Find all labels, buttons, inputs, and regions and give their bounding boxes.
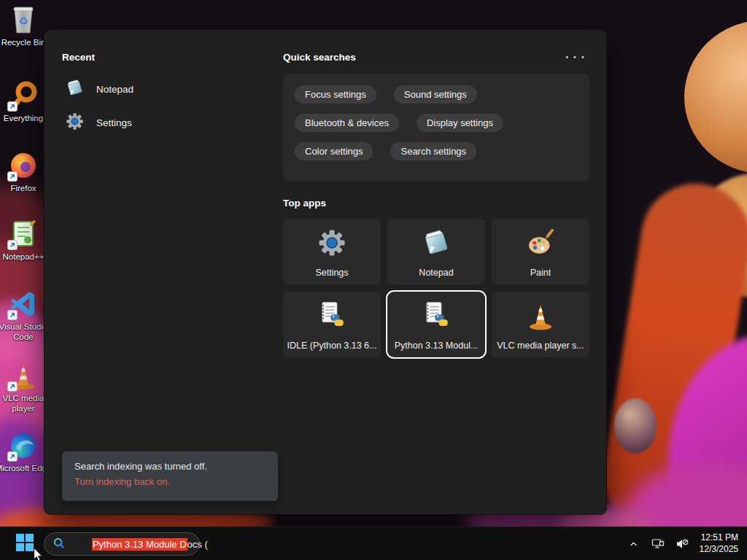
recent-section-title: Recent bbox=[62, 52, 95, 63]
app-tile-vlc[interactable]: VLC media player s... bbox=[492, 292, 589, 357]
clock-date: 12/3/2025 bbox=[700, 544, 738, 556]
paint-palette-icon bbox=[525, 228, 556, 261]
quick-search-pill[interactable]: Bluetooth & devices bbox=[295, 114, 399, 132]
system-tray: 12:51 PM 12/3/2025 bbox=[624, 527, 743, 560]
app-tile-label: VLC media player s... bbox=[497, 341, 584, 351]
vlc-cone-icon bbox=[525, 300, 556, 334]
shortcut-arrow-icon bbox=[7, 171, 18, 182]
notepad-icon bbox=[421, 228, 452, 261]
edge-icon bbox=[8, 430, 39, 461]
app-tile-idle-python[interactable]: IDLE (Python 3.13 6... bbox=[283, 292, 381, 357]
everything-search-icon bbox=[8, 80, 39, 111]
app-tile-python-module-docs[interactable]: Python 3.13 Modul... bbox=[387, 292, 485, 357]
app-tile-label: IDLE (Python 3.13 6... bbox=[287, 341, 377, 351]
app-tile-label: Python 3.13 Modul... bbox=[395, 341, 479, 351]
taskbar-clock[interactable]: 12:51 PM 12/3/2025 bbox=[697, 532, 743, 555]
network-icon[interactable] bbox=[649, 533, 667, 555]
shortcut-arrow-icon bbox=[7, 310, 18, 320]
quick-search-pill[interactable]: Display settings bbox=[417, 114, 503, 132]
top-apps-grid: Settings Notepad bbox=[283, 219, 592, 357]
settings-gear-icon bbox=[65, 112, 85, 134]
shortcut-arrow-icon bbox=[7, 381, 18, 392]
recent-item-notepad[interactable]: Notepad bbox=[65, 75, 255, 103]
app-tile-label: Notepad bbox=[419, 268, 453, 278]
recent-item-label: Settings bbox=[96, 117, 132, 128]
firefox-icon bbox=[8, 150, 39, 181]
notification-message: Search indexing was turned off. bbox=[74, 461, 266, 472]
top-apps-title: Top apps bbox=[283, 198, 326, 209]
clock-time: 12:51 PM bbox=[700, 532, 738, 544]
chevron-up-icon[interactable] bbox=[624, 533, 643, 555]
screen: ♻ Recycle Bin Everything bbox=[0, 0, 747, 560]
shortcut-arrow-icon bbox=[7, 101, 18, 112]
vlc-cone-icon bbox=[8, 360, 39, 391]
app-tile-paint[interactable]: Paint bbox=[492, 219, 589, 284]
more-options-ellipsis-icon[interactable]: • • • bbox=[562, 49, 589, 65]
notepad-plus-plus-icon bbox=[8, 219, 39, 249]
python-doc-icon bbox=[421, 300, 452, 334]
app-tile-notepad[interactable]: Notepad bbox=[387, 219, 485, 284]
app-tile-settings[interactable]: Settings bbox=[283, 219, 381, 284]
quick-search-pill[interactable]: Search settings bbox=[390, 142, 476, 160]
search-indexing-notification: Search indexing was turned off. Turn ind… bbox=[62, 451, 278, 501]
quick-search-pill[interactable]: Sound settings bbox=[394, 85, 477, 104]
quick-searches-box: Focus settings Sound settings Bluetooth … bbox=[283, 74, 589, 181]
taskbar: Python 3.13 Module Docs ( bbox=[0, 526, 747, 560]
search-text-selected: Python 3.13 Module D bbox=[92, 538, 187, 551]
quick-search-pill[interactable]: Color settings bbox=[295, 142, 373, 160]
recent-item-label: Notepad bbox=[96, 84, 133, 95]
recent-item-settings[interactable]: Settings bbox=[65, 109, 255, 136]
search-icon bbox=[53, 537, 65, 552]
shortcut-arrow-icon bbox=[7, 240, 18, 250]
vscode-icon bbox=[8, 289, 39, 319]
app-tile-label: Settings bbox=[315, 268, 348, 278]
taskbar-search-input[interactable]: Python 3.13 Module Docs ( bbox=[44, 532, 200, 556]
svg-text:♻: ♻ bbox=[18, 15, 28, 27]
quick-search-pill[interactable]: Focus settings bbox=[295, 85, 376, 104]
search-flyout-panel: Recent Notepad bbox=[44, 29, 607, 515]
quick-searches-title: Quick searches bbox=[283, 52, 356, 63]
turn-indexing-on-link[interactable]: Turn indexing back on. bbox=[74, 476, 266, 487]
recycle-bin-icon: ♻ bbox=[8, 4, 39, 35]
shortcut-arrow-icon bbox=[7, 451, 18, 462]
mouse-cursor bbox=[32, 547, 44, 560]
volume-muted-icon[interactable] bbox=[673, 533, 692, 555]
app-tile-label: Paint bbox=[530, 268, 551, 278]
settings-gear-icon bbox=[317, 228, 347, 261]
search-text-rest: ocs ( bbox=[187, 539, 208, 550]
notepad-icon bbox=[65, 78, 85, 101]
python-doc-icon bbox=[317, 300, 347, 334]
